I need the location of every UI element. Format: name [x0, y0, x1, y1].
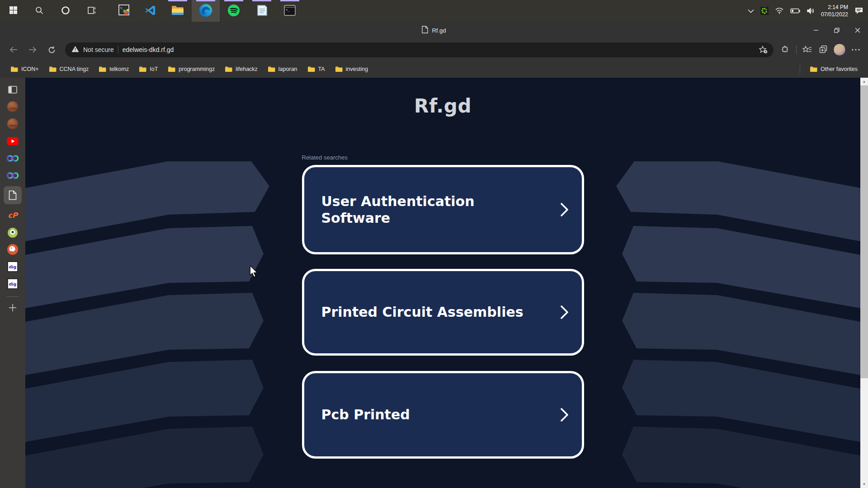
hidden-icons-chevron[interactable] [748, 9, 754, 13]
wifi-icon[interactable] [775, 7, 784, 14]
taskbar-vscode-button[interactable] [137, 0, 164, 22]
cortana-button[interactable] [52, 0, 79, 22]
refresh-button[interactable] [42, 42, 61, 58]
page-title: Rf.gd [302, 95, 584, 117]
taskbar-file-explorer-button[interactable] [164, 0, 192, 22]
tab-infinity-icon[interactable] [4, 169, 22, 182]
browser-titlebar: Rf.gd [0, 22, 868, 39]
avatar [833, 43, 846, 56]
tab-current-page-icon[interactable] [4, 186, 22, 204]
taskbar-spotify-button[interactable] [220, 0, 248, 22]
bookmark-folder[interactable]: investing [331, 64, 372, 74]
svg-text:dig: dig [9, 282, 17, 286]
taskbar-notepad-button[interactable] [248, 0, 276, 22]
taskbar-console-app-button[interactable]: >_ [111, 0, 137, 22]
tab-monster-icon[interactable] [4, 226, 22, 239]
glasswire-tray-icon[interactable] [760, 7, 769, 15]
bookmark-label: programmingz [179, 66, 215, 72]
vertical-tabs-toggle-icon[interactable] [4, 83, 22, 96]
extensions-icon[interactable] [778, 42, 793, 57]
tray-time: 2:14 PM [821, 4, 848, 11]
notepad-icon [256, 4, 268, 18]
page-file-icon [422, 26, 428, 35]
bookmark-folder[interactable]: programmingz [164, 64, 219, 74]
bookmark-label: laporan [278, 66, 297, 72]
taskbar-search-button[interactable] [26, 0, 52, 22]
tray-clock[interactable]: 2:14 PM 07/01/2022 [821, 4, 848, 18]
favorites-icon[interactable] [799, 42, 815, 57]
address-separator [118, 46, 118, 54]
search-icon [35, 6, 43, 16]
related-search-card-printed-circuit-assemblies[interactable]: Printed Circuit Assemblies [302, 269, 584, 356]
new-tab-button[interactable] [4, 301, 22, 314]
bookmark-folder[interactable]: laporan [264, 64, 302, 74]
taskbar-terminal-button[interactable]: >_ [276, 0, 304, 22]
taskbar-edge-button[interactable] [192, 0, 220, 22]
scrollbar-down-arrow[interactable]: ▼ [860, 480, 868, 488]
collections-icon[interactable] [816, 42, 831, 57]
other-favorites-folder[interactable]: Other favorites [806, 64, 862, 74]
not-secure-warning-icon [71, 46, 79, 54]
bookmark-label: CCNA tingz [60, 66, 89, 72]
bookmark-label: telkomz [109, 66, 129, 72]
bookmark-folder[interactable]: telkomz [94, 64, 133, 74]
bookmark-folder-icon-plus[interactable]: ICON+ [6, 64, 43, 74]
volume-icon[interactable] [807, 7, 815, 14]
console-app-icon: >_ [118, 5, 130, 18]
battery-icon[interactable] [790, 8, 800, 14]
related-searches-label: Related searches [302, 154, 584, 161]
svg-text:dig: dig [9, 264, 17, 269]
bookmark-folder[interactable]: lifehackz [221, 64, 262, 74]
tab-duckduckgo-icon[interactable] [4, 243, 22, 256]
system-tray: 2:14 PM 07/01/2022 [748, 0, 868, 22]
add-favorite-icon[interactable] [755, 42, 771, 57]
scrollbar-thumb[interactable] [860, 85, 868, 378]
tab-planet-favicon[interactable] [4, 117, 22, 130]
related-search-card-user-authentication-software[interactable]: User Authentication Software [302, 165, 584, 254]
task-view-icon [87, 6, 96, 16]
bookmarks-bar: ICON+ CCNA tingz telkomz IoT programming… [0, 61, 868, 78]
tab-infinity-icon[interactable] [4, 152, 22, 164]
tab-dig-icon[interactable]: dig [4, 260, 22, 273]
bookmarks-separator [800, 65, 800, 73]
tab-cpanel-icon[interactable]: cP [4, 209, 22, 221]
bookmark-label: investing [346, 66, 368, 72]
edge-icon [199, 4, 212, 19]
bookmark-label: ICON+ [21, 66, 39, 72]
svg-text:>_: >_ [286, 8, 290, 12]
chevron-right-icon [561, 408, 568, 422]
page-viewport: Rf.gd Related searches User Authenticati… [25, 78, 860, 488]
related-search-card-pcb-printed[interactable]: Pcb Printed [302, 371, 584, 459]
bookmark-label: TA [318, 66, 325, 72]
chevron-right-icon [561, 305, 568, 319]
settings-menu-icon[interactable] [848, 42, 863, 57]
bookmark-folder[interactable]: TA [303, 64, 329, 74]
action-center-icon[interactable] [854, 7, 863, 15]
windows-taskbar: >_ [0, 0, 868, 22]
browser-toolbar: Not secure edelweis-dkd.rf.gd [0, 39, 868, 61]
page-scrollbar[interactable]: ▲ ▼ [860, 78, 868, 488]
forward-button[interactable] [24, 42, 42, 58]
active-tab-title[interactable]: Rf.gd [0, 22, 868, 39]
start-button[interactable] [0, 0, 26, 22]
url-text: edelweis-dkd.rf.gd [123, 46, 174, 53]
card-label: Pcb Printed [321, 406, 538, 423]
address-bar[interactable]: Not secure edelweis-dkd.rf.gd [65, 42, 774, 57]
card-label: User Authentication Software [321, 193, 538, 227]
windows-logo-icon [9, 6, 17, 15]
bookmark-folder[interactable]: IoT [135, 64, 162, 74]
tab-dig-icon[interactable]: dig [4, 277, 22, 290]
back-button[interactable] [5, 42, 23, 58]
sidebar-divider [7, 296, 19, 297]
bookmark-label: lifehackz [236, 66, 258, 72]
toolbar-separator [796, 45, 797, 54]
spotify-icon [227, 4, 240, 18]
scrollbar-up-arrow[interactable]: ▲ [860, 78, 868, 85]
profile-avatar[interactable] [832, 42, 847, 57]
tab-youtube-icon[interactable] [4, 135, 22, 147]
tray-date: 07/01/2022 [821, 11, 848, 18]
bookmark-label: IoT [150, 66, 158, 72]
tab-planet-favicon[interactable] [4, 100, 22, 113]
task-view-button[interactable] [79, 0, 105, 22]
bookmark-folder[interactable]: CCNA tingz [45, 64, 93, 74]
